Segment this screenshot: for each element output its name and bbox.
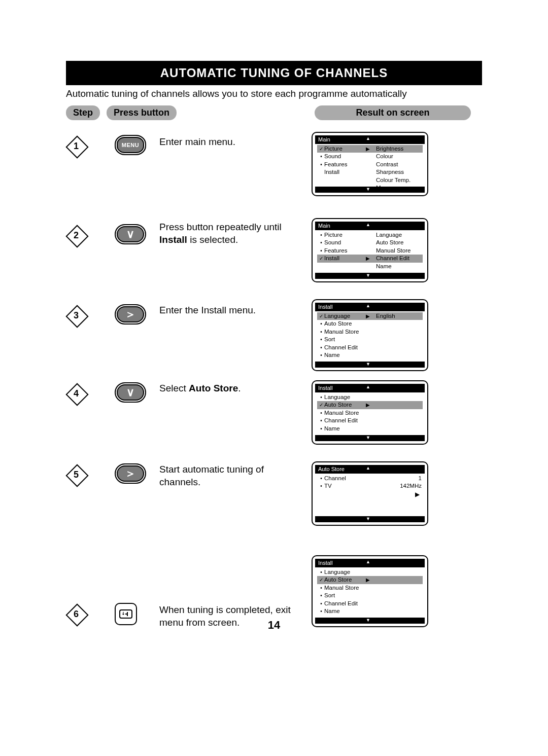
osd-footer: ▼: [315, 187, 425, 193]
instruction-text: Enter main menu.: [159, 136, 301, 149]
cursor-down-button-icon: ∨: [115, 224, 146, 244]
osd-menu-item: •Name: [317, 351, 423, 359]
osd-screen: Main▲•Picture•Sound•Features✓Install▶Lan…: [312, 218, 428, 282]
step-row: 2∨Press button repeatedly until Install …: [66, 218, 482, 299]
osd-screen: Auto Store▲•Channel1•TV142MHz▶▼: [312, 461, 428, 526]
instruction-text: Start automatic tuning of channels.: [159, 463, 301, 488]
instruction-text: Press button repeatedly until Install is…: [159, 221, 301, 246]
osd-footer: ▼: [315, 273, 425, 279]
osd-menu-item: •Channel Edit: [317, 600, 423, 608]
press-button-graphic: ∨: [115, 224, 146, 244]
osd-header: Install▲: [315, 303, 425, 311]
column-headers: Step Press button Result on screen: [66, 105, 482, 123]
col-press: Press button: [107, 105, 177, 120]
step-row: 5＞Start automatic tuning of channels.Aut…: [66, 461, 482, 555]
osd-header: Install▲: [315, 384, 425, 392]
osd-screen: Install▲✓Language▶•Auto Store•Manual Sto…: [312, 299, 428, 371]
instruction-text: Enter the Install menu.: [159, 304, 301, 317]
osd-menu-item: •Sort: [317, 592, 423, 600]
osd-footer: ▼: [315, 516, 425, 522]
osd-menu-item: •Name: [317, 425, 423, 433]
col-result: Result on screen: [315, 105, 471, 120]
osd-header: Main▲: [315, 222, 425, 230]
cursor-right-button-icon: ＞: [115, 463, 146, 484]
step-row: 3＞Enter the Install menu.Install▲✓Langua…: [66, 299, 482, 380]
osd-header: Install▲: [315, 559, 425, 567]
col-step: Step: [66, 105, 100, 120]
press-button-graphic: ＞: [115, 304, 146, 325]
osd-menu-item: •Sort: [317, 336, 423, 344]
osd-menu-item: •TV142MHz: [317, 482, 423, 490]
osd-menu-item: ✓Auto Store▶: [317, 401, 423, 409]
osd-menu-item: •Manual Store: [317, 584, 423, 592]
osd-footer: ▼: [315, 362, 425, 368]
osd-menu-item: ✓Language▶: [317, 312, 423, 320]
press-button-graphic: ＞: [115, 463, 146, 484]
section-title: Automatic Tuning Of Channels: [66, 61, 482, 85]
instruction-text: Select Auto Store.: [159, 382, 301, 395]
osd-screen: Install▲•Language✓Auto Store▶•Manual Sto…: [312, 555, 428, 627]
step-row: 4∨Select Auto Store.Install▲•Language✓Au…: [66, 380, 482, 461]
step-row: 1MENUEnter main menu.Main▲✓Picture▶•Soun…: [66, 132, 482, 218]
osd-screen: Main▲✓Picture▶•Sound•FeaturesInstallBrig…: [312, 132, 428, 196]
press-button-graphic: ∨: [115, 382, 146, 403]
cursor-down-button-icon: ∨: [115, 382, 146, 403]
osd-menu-item: •Channel Edit: [317, 417, 423, 425]
osd-menu-item: •Auto Store: [317, 320, 423, 328]
osd-menu-item: •Manual Store: [317, 328, 423, 336]
osd-submenu-preview: BrightnessColourContrastSharpnessColour …: [376, 145, 410, 192]
step-row: 6When tuning is completed, exit menu fro…: [66, 555, 482, 652]
press-button-graphic: MENU: [115, 135, 146, 155]
osd-submenu-preview: LanguageAuto StoreManual StoreChannel Ed…: [376, 231, 410, 271]
step-marker: 3: [63, 302, 89, 329]
intro-text: Automatic tuning of channels allows you …: [66, 88, 482, 99]
osd-menu-item: •Language: [317, 568, 423, 577]
step-marker: 2: [63, 222, 89, 248]
osd-screen: Install▲•Language✓Auto Store▶•Manual Sto…: [312, 380, 428, 445]
cursor-right-button-icon: ＞: [115, 304, 146, 325]
step-marker: 4: [63, 380, 89, 407]
osd-menu-item: •Manual Store: [317, 409, 423, 417]
menu-button-icon: MENU: [115, 135, 146, 155]
osd-header: Auto Store▲: [315, 465, 425, 474]
osd-menu-item: •Language: [317, 393, 423, 402]
osd-menu-item: •Channel Edit: [317, 344, 423, 352]
page-number: 14: [66, 619, 482, 632]
step-marker: 1: [63, 133, 89, 159]
svg-point-1: [122, 613, 124, 615]
osd-progress-indicator: ▶: [317, 490, 423, 498]
osd-header: Main▲: [315, 135, 425, 144]
osd-menu-item: •Name: [317, 607, 423, 616]
step-marker: 5: [63, 461, 89, 488]
osd-footer: ▼: [315, 435, 425, 441]
osd-menu-item: ✓Auto Store▶: [317, 576, 423, 584]
osd-menu-item: •Channel1: [317, 475, 423, 483]
osd-submenu-preview: English: [376, 312, 395, 320]
